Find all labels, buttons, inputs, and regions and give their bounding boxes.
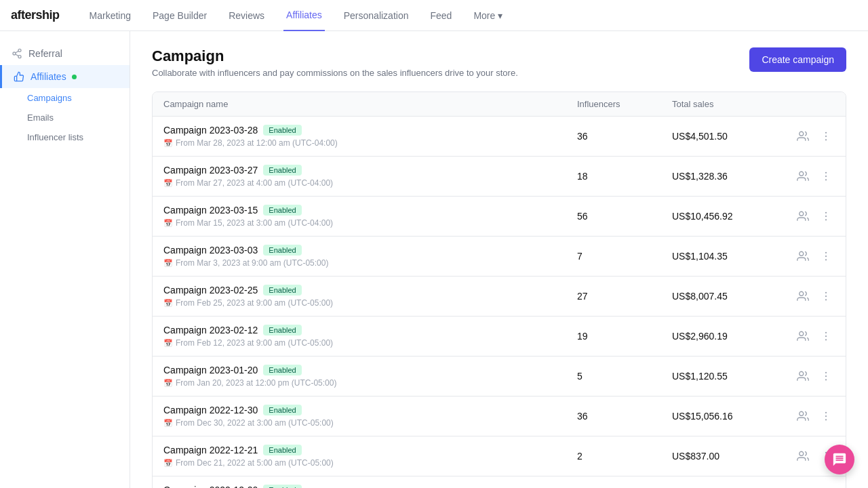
status-badge: Enabled xyxy=(263,365,301,375)
nav-page-builder[interactable]: Page Builder xyxy=(150,0,210,31)
sidebar-item-affiliates[interactable]: Affiliates xyxy=(0,65,130,88)
col-total-sales: Total sales xyxy=(672,99,781,109)
campaign-info: Campaign 2022-12-30 Enabled 📅 From Dec 3… xyxy=(163,405,577,428)
row-actions xyxy=(781,287,835,305)
more-options-button[interactable] xyxy=(817,247,835,265)
nav-feed[interactable]: Feed xyxy=(427,0,454,31)
svg-point-7 xyxy=(825,136,827,137)
row-actions xyxy=(781,127,835,145)
svg-point-30 xyxy=(825,372,827,373)
manage-influencers-button[interactable] xyxy=(794,167,812,185)
col-influencers: Influencers xyxy=(577,99,672,109)
more-options-button[interactable] xyxy=(817,367,835,385)
manage-influencers-button[interactable] xyxy=(794,327,812,345)
campaign-info: Campaign 2022-12-21 Enabled 📅 From Dec 2… xyxy=(163,445,577,468)
nav-reviews[interactable]: Reviews xyxy=(226,0,267,31)
svg-point-29 xyxy=(800,371,804,375)
status-badge: Enabled xyxy=(263,245,301,256)
campaign-date: 📅 From Mar 27, 2023 at 4:00 am (UTC-04:0… xyxy=(163,178,577,188)
calendar-icon: 📅 xyxy=(163,259,173,268)
manage-influencers-button[interactable] xyxy=(794,247,812,265)
nav-marketing[interactable]: Marketing xyxy=(87,0,134,31)
svg-point-33 xyxy=(800,411,804,415)
campaign-date: 📅 From Mar 15, 2023 at 3:00 am (UTC-04:0… xyxy=(163,218,577,228)
manage-influencers-button[interactable] xyxy=(794,447,812,465)
svg-point-31 xyxy=(825,375,827,377)
more-options-button[interactable] xyxy=(817,287,835,305)
svg-point-25 xyxy=(800,331,804,336)
nav-personalization[interactable]: Personalization xyxy=(341,0,412,31)
sidebar-item-campaigns[interactable]: Campaigns xyxy=(0,88,130,108)
svg-point-10 xyxy=(825,172,827,174)
svg-point-37 xyxy=(800,451,804,455)
svg-point-36 xyxy=(825,419,827,420)
create-campaign-button[interactable]: Create campaign xyxy=(749,47,846,72)
calendar-icon: 📅 xyxy=(163,459,173,468)
sidebar-item-emails[interactable]: Emails xyxy=(0,108,130,127)
total-sales: US$15,056.16 xyxy=(672,411,781,422)
sidebar-item-referral[interactable]: Referral xyxy=(0,42,130,65)
svg-point-11 xyxy=(825,176,827,177)
manage-influencers-button[interactable] xyxy=(794,207,812,225)
nav-more[interactable]: More ▾ xyxy=(471,0,505,31)
influencers-count: 5 xyxy=(577,371,672,382)
status-badge: Enabled xyxy=(263,325,301,336)
campaign-info: Campaign 2023-02-12 Enabled 📅 From Feb 1… xyxy=(163,325,577,348)
table-row: Campaign 2023-03-15 Enabled 📅 From Mar 1… xyxy=(153,197,846,237)
campaign-info: Campaign 2023-02-25 Enabled 📅 From Feb 2… xyxy=(163,285,577,308)
table-row: Campaign 2023-01-20 Enabled 📅 From Jan 2… xyxy=(153,357,846,396)
row-actions xyxy=(781,327,835,345)
page-header: Campaign Collaborate with influencers an… xyxy=(152,47,846,78)
influencers-count: 18 xyxy=(577,171,672,182)
sidebar-item-influencer-lists[interactable]: Influencer lists xyxy=(0,127,130,147)
svg-point-0 xyxy=(18,49,21,52)
calendar-icon: 📅 xyxy=(163,219,173,228)
manage-influencers-button[interactable] xyxy=(794,287,812,305)
status-badge: Enabled xyxy=(263,125,301,136)
campaign-name: Campaign 2023-03-27 Enabled xyxy=(163,165,577,176)
row-actions xyxy=(781,367,835,385)
more-options-button[interactable] xyxy=(817,407,835,425)
status-badge: Enabled xyxy=(263,285,301,296)
manage-influencers-button[interactable] xyxy=(794,407,812,425)
top-nav: aftership Marketing Page Builder Reviews… xyxy=(0,0,868,31)
total-sales: US$10,456.92 xyxy=(672,211,781,222)
svg-point-14 xyxy=(825,212,827,214)
layout: Referral Affiliates Campaigns Emails Inf… xyxy=(0,31,868,488)
campaign-name: Campaign 2023-03-28 Enabled xyxy=(163,125,577,136)
campaign-name: Campaign 2023-02-25 Enabled xyxy=(163,285,577,296)
logo: aftership xyxy=(11,8,60,22)
campaign-date: 📅 From Dec 30, 2022 at 3:00 am (UTC-05:0… xyxy=(163,418,577,428)
main-content: Campaign Collaborate with influencers an… xyxy=(130,31,868,488)
svg-point-32 xyxy=(825,379,827,380)
row-actions xyxy=(781,247,835,265)
table-row: Campaign 2022-12-21 Enabled 📅 From Dec 2… xyxy=(153,436,846,476)
svg-point-18 xyxy=(825,252,827,253)
more-options-button[interactable] xyxy=(817,167,835,185)
total-sales: US$1,120.55 xyxy=(672,371,781,382)
more-options-button[interactable] xyxy=(817,327,835,345)
nav-affiliates[interactable]: Affiliates xyxy=(283,0,325,31)
campaign-name: Campaign 2022-12-20 Enabled xyxy=(163,485,577,488)
svg-point-21 xyxy=(800,291,804,296)
chat-bubble[interactable] xyxy=(825,445,854,474)
campaign-info: Campaign 2023-03-27 Enabled 📅 From Mar 2… xyxy=(163,165,577,188)
svg-point-8 xyxy=(825,139,827,140)
table-header: Campaign name Influencers Total sales xyxy=(153,92,846,117)
campaign-info: Campaign 2022-12-20 Enabled 📅 From Dec 2… xyxy=(163,485,577,488)
calendar-icon: 📅 xyxy=(163,139,173,148)
status-badge: Enabled xyxy=(263,485,301,488)
more-options-button[interactable] xyxy=(817,207,835,225)
status-badge: Enabled xyxy=(263,205,301,216)
sidebar-affiliates-label: Affiliates xyxy=(31,71,66,82)
influencers-count: 36 xyxy=(577,411,672,422)
more-options-button[interactable] xyxy=(817,127,835,145)
campaign-info: Campaign 2023-03-03 Enabled 📅 From Mar 3… xyxy=(163,245,577,268)
manage-influencers-button[interactable] xyxy=(794,127,812,145)
campaign-date: 📅 From Feb 25, 2023 at 9:00 am (UTC-05:0… xyxy=(163,298,577,308)
svg-point-9 xyxy=(800,171,804,176)
campaigns-table: Campaign name Influencers Total sales Ca… xyxy=(152,92,846,488)
row-actions xyxy=(781,207,835,225)
manage-influencers-button[interactable] xyxy=(794,367,812,385)
svg-point-34 xyxy=(825,412,827,413)
